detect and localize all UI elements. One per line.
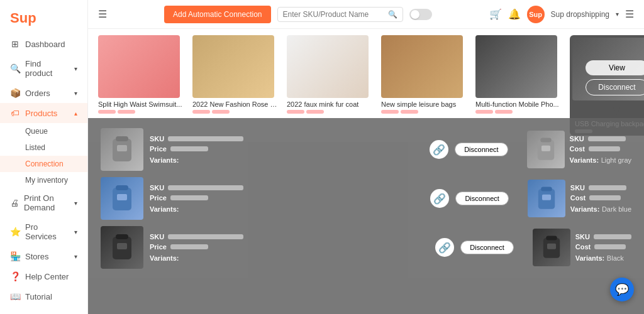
product-image bbox=[381, 35, 463, 98]
svg-rect-14 bbox=[117, 243, 127, 249]
sidebar-item-tutorial[interactable]: 📖 Tutorial bbox=[0, 286, 87, 306]
variant-image bbox=[101, 128, 143, 171]
right-sku-bar bbox=[588, 136, 626, 141]
view-button[interactable]: View bbox=[586, 60, 644, 75]
connection-label: Connection bbox=[25, 160, 64, 168]
add-connection-button[interactable]: Add Automatic Connection bbox=[164, 6, 270, 23]
menu-icon[interactable]: ☰ bbox=[625, 8, 634, 20]
variants-label: Variants: bbox=[150, 205, 179, 213]
right-variant-info: SKU Cost Variants: Black bbox=[575, 233, 631, 263]
print-icon: 🖨 bbox=[10, 198, 19, 208]
sidebar-item-products[interactable]: 🏷 Products ▴ bbox=[0, 103, 87, 123]
toggle-knob bbox=[411, 10, 419, 19]
right-variant-info: SKU Cost Variants: Light gray bbox=[570, 135, 631, 165]
disconnect-button[interactable]: Disconnect bbox=[460, 241, 513, 254]
price-bar bbox=[381, 110, 469, 114]
svg-rect-7 bbox=[116, 185, 128, 190]
variant-row: SKU Price Variants: 🔗 Disconnect bbox=[101, 128, 631, 171]
cart-icon[interactable]: 🛒 bbox=[489, 8, 502, 20]
sidebar-label: Orders bbox=[25, 89, 50, 98]
right-variants-label: Variants: bbox=[575, 254, 604, 262]
right-cost-bar bbox=[594, 244, 626, 249]
chevron-down-icon: ▾ bbox=[74, 65, 77, 72]
highlighted-overlay: View Disconnect bbox=[570, 41, 644, 95]
chat-bubble[interactable]: 💬 bbox=[610, 278, 634, 301]
link-icon: 🔗 bbox=[430, 189, 449, 208]
product-title: New simple leisure bags bbox=[381, 100, 469, 108]
right-variants-val: Black bbox=[607, 254, 624, 262]
search-input[interactable] bbox=[283, 10, 388, 19]
orders-icon: 📦 bbox=[10, 88, 20, 98]
right-variant-image bbox=[533, 229, 570, 266]
disconnect-button-overlay[interactable]: Disconnect bbox=[586, 79, 644, 95]
product-title: Multi-function Mobile Pho... bbox=[475, 100, 564, 108]
svg-rect-17 bbox=[547, 244, 556, 249]
sku-value-bar bbox=[168, 234, 243, 239]
svg-rect-4 bbox=[540, 138, 552, 143]
sidebar-item-dashboard[interactable]: ⊞ Dashboard bbox=[0, 34, 87, 54]
product-image bbox=[98, 35, 180, 98]
right-cost-label: Cost bbox=[570, 145, 585, 153]
sidebar-item-queue[interactable]: Queue bbox=[0, 123, 87, 139]
variants-label: Variants: bbox=[150, 156, 179, 164]
chevron-down-icon: ▾ bbox=[74, 200, 77, 207]
sidebar-label: Dashboard bbox=[25, 40, 65, 49]
price-label: Price bbox=[150, 145, 167, 153]
right-variant-info: SKU Cost Variants: Dark blue bbox=[570, 184, 631, 214]
sidebar-item-stores[interactable]: 🏪 Stores ▾ bbox=[0, 246, 87, 266]
search-box[interactable]: 🔍 bbox=[277, 7, 403, 22]
svg-rect-16 bbox=[546, 236, 557, 241]
chevron-down-icon: ▾ bbox=[74, 253, 77, 260]
bell-icon[interactable]: 🔔 bbox=[508, 8, 521, 20]
user-label[interactable]: Sup dropshipping bbox=[551, 10, 609, 19]
sidebar-item-my-inventory[interactable]: My inventory bbox=[0, 172, 87, 188]
find-product-icon: 🔍 bbox=[10, 63, 20, 73]
variant-row: SKU Price Variants: 🔗 Disconnect bbox=[101, 226, 631, 269]
sidebar-item-find-product[interactable]: 🔍 Find product ▾ bbox=[0, 54, 87, 83]
sidebar-item-connection[interactable]: Connection bbox=[0, 156, 87, 172]
sku-value-bar bbox=[168, 136, 243, 141]
variant-image bbox=[101, 226, 143, 269]
sidebar-label: Tutorial bbox=[25, 292, 52, 301]
product-image bbox=[192, 35, 274, 98]
sidebar-item-help-center[interactable]: ❓ Help Center bbox=[0, 266, 87, 286]
arrow-down: ▼ bbox=[572, 103, 644, 117]
sidebar-item-listed[interactable]: Listed bbox=[0, 139, 87, 156]
hamburger-icon[interactable]: ☰ bbox=[98, 8, 107, 20]
chevron-down-icon: ▾ bbox=[74, 229, 77, 236]
disconnect-button[interactable]: Disconnect bbox=[455, 192, 508, 205]
sidebar-item-pro-services[interactable]: ⭐ Pro Services ▾ bbox=[0, 217, 87, 246]
help-icon: ❓ bbox=[10, 271, 20, 281]
right-variants-label: Variants: bbox=[570, 156, 599, 164]
right-cost-bar bbox=[589, 146, 620, 151]
price-label: Price bbox=[150, 194, 167, 202]
price-bar bbox=[287, 110, 375, 114]
product-image bbox=[475, 35, 557, 98]
price-bar bbox=[475, 110, 564, 114]
right-sku-bar bbox=[589, 185, 626, 190]
toggle-switch[interactable] bbox=[409, 9, 432, 20]
product-image bbox=[287, 35, 369, 98]
sidebar-item-print-on-demand[interactable]: 🖨 Print On Demand ▾ bbox=[0, 188, 87, 217]
price-val-bar bbox=[170, 195, 208, 200]
sidebar-label: Stores bbox=[25, 252, 49, 261]
variant-right-section: SKU Cost Variants: Dark blue bbox=[528, 180, 631, 217]
svg-rect-1 bbox=[116, 136, 128, 141]
disconnect-btn[interactable]: Disconnect bbox=[455, 143, 508, 156]
right-variants-val: Light gray bbox=[601, 156, 631, 164]
avatar[interactable]: Sup bbox=[527, 6, 545, 23]
right-cost-bar bbox=[589, 195, 621, 200]
svg-rect-2 bbox=[117, 145, 127, 151]
right-sku-label: SKU bbox=[570, 184, 585, 192]
right-cost-label: Cost bbox=[575, 243, 591, 251]
sidebar-item-orders[interactable]: 📦 Orders ▾ bbox=[0, 83, 87, 103]
link-icon: 🔗 bbox=[430, 140, 448, 159]
disconnect-btn[interactable]: Disconnect bbox=[455, 192, 508, 205]
right-variant-image bbox=[527, 131, 565, 168]
disconnect-btn[interactable]: Disconnect bbox=[460, 241, 513, 254]
variant-right-section: SKU Cost Variants: Black bbox=[533, 229, 631, 266]
disconnect-button[interactable]: Disconnect bbox=[455, 143, 508, 156]
price-bar bbox=[98, 110, 186, 114]
topbar: ☰ Add Automatic Connection 🔍 🛒 🔔 Sup Sup… bbox=[88, 0, 644, 29]
right-sku-label: SKU bbox=[575, 233, 590, 241]
